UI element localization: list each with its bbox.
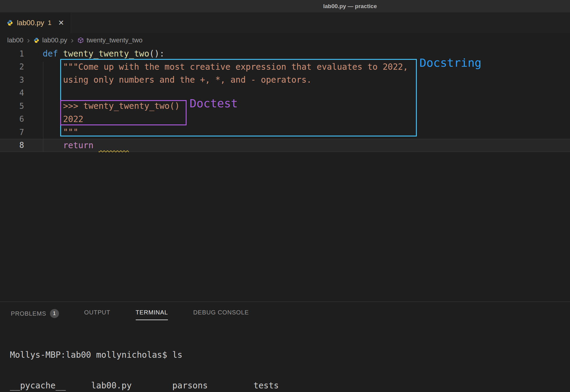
terminal-line: Mollys-MBP:lab00 mollynicholas$ ls xyxy=(10,350,570,360)
panel-tab-debug-console[interactable]: DEBUG CONSOLE xyxy=(193,309,249,320)
breadcrumb-item-lab00[interactable]: lab00 xyxy=(7,36,23,44)
code-line[interactable]: 7 """ xyxy=(0,126,570,139)
panel-tab-problems[interactable]: PROBLEMS 1 xyxy=(11,309,59,322)
breadcrumb-item-twenty-twenty-two[interactable]: twenty_twenty_two xyxy=(77,36,143,44)
breadcrumb-separator: › xyxy=(71,36,73,44)
code-editor[interactable]: 1 def twenty_twenty_two(): 2 """Come up … xyxy=(0,47,570,302)
code-line[interactable]: 2 """Come up with the most creative expr… xyxy=(0,60,570,74)
line-number: 2 xyxy=(0,62,24,71)
window-titlebar: lab00.py — practice xyxy=(0,0,570,12)
python-icon xyxy=(33,37,39,43)
code-line[interactable]: 4 xyxy=(0,87,570,100)
breadcrumb-item-lab00py[interactable]: lab00.py xyxy=(33,36,67,44)
docstring-annotation-label: Docstring xyxy=(420,56,482,69)
tab-problems-badge: 1 xyxy=(48,19,51,27)
tab-lab00py[interactable]: lab00.py 1 ✕ xyxy=(0,12,71,33)
code-line-current[interactable]: 8 return xyxy=(0,139,570,152)
terminal-line: __pycache__ lab00.py parsons tests xyxy=(10,381,570,391)
breadcrumb: lab00 › lab00.py › twenty_twenty_two xyxy=(0,33,570,47)
code-line[interactable]: 1 def twenty_twenty_two(): xyxy=(0,47,570,60)
line-number: 3 xyxy=(0,75,24,84)
indent-guide xyxy=(43,62,43,152)
line-number: 1 xyxy=(0,49,24,58)
terminal-output[interactable]: Mollys-MBP:lab00 mollynicholas$ ls __pyc… xyxy=(0,322,570,392)
tab-close-icon[interactable]: ✕ xyxy=(58,19,64,26)
bottom-panel: PROBLEMS 1 OUTPUT TERMINAL DEBUG CONSOLE… xyxy=(0,302,570,392)
code-line[interactable]: 3 using only numbers and the +, *, and -… xyxy=(0,73,570,87)
breadcrumb-separator: › xyxy=(27,36,30,44)
panel-tab-output[interactable]: OUTPUT xyxy=(84,309,110,320)
code-line[interactable]: 5 >>> twenty_twenty_two() xyxy=(0,100,570,113)
window-title: lab00.py — practice xyxy=(323,3,377,10)
warning-squiggle xyxy=(98,140,129,150)
python-icon xyxy=(7,20,13,26)
editor-tab-bar: lab00.py 1 ✕ xyxy=(0,12,570,33)
line-number: 5 xyxy=(0,102,24,111)
tab-label: lab00.py xyxy=(17,19,44,27)
line-number: 7 xyxy=(0,128,24,137)
line-number: 4 xyxy=(0,88,24,97)
code-line[interactable]: 6 2022 xyxy=(0,113,570,126)
line-number: 6 xyxy=(0,115,24,124)
panel-tab-bar: PROBLEMS 1 OUTPUT TERMINAL DEBUG CONSOLE xyxy=(0,302,570,322)
problems-count-badge: 1 xyxy=(50,309,59,318)
doctest-annotation-label: Doctest xyxy=(190,97,238,110)
symbol-cube-icon xyxy=(77,37,84,44)
panel-tab-terminal[interactable]: TERMINAL xyxy=(136,309,168,320)
line-number: 8 xyxy=(0,141,24,150)
